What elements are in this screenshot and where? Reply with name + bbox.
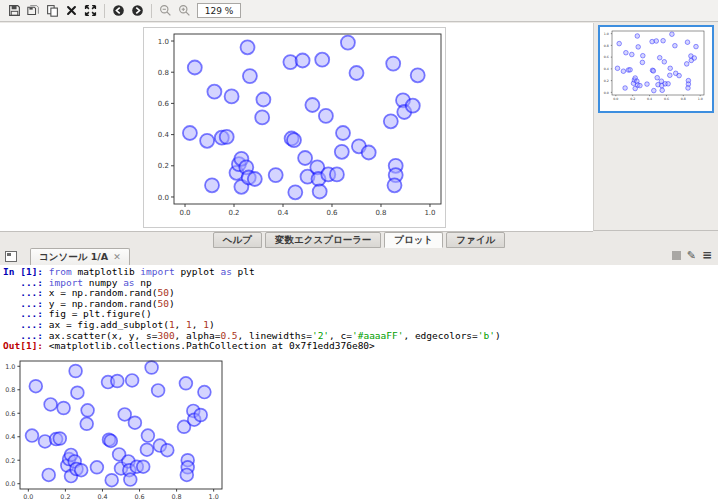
options-menu-icon[interactable]: ≡ xyxy=(702,250,712,261)
console-line: Out[1]: <matplotlib.collections.PathColl… xyxy=(3,341,718,352)
remove-plot-button[interactable] xyxy=(62,2,81,20)
svg-text:0.0: 0.0 xyxy=(158,194,169,202)
fit-arrows-icon xyxy=(84,4,97,17)
pane-tabbar: ヘルプ 変数エクスプローラー プロット ファイル xyxy=(0,231,718,248)
svg-text:1.0: 1.0 xyxy=(604,32,609,36)
svg-text:0.6: 0.6 xyxy=(134,493,144,500)
tab-files[interactable]: ファイル xyxy=(446,232,505,249)
svg-text:0.2: 0.2 xyxy=(60,493,70,500)
main-plot-figure[interactable]: 0.00.20.40.60.81.00.00.20.40.60.81.0 xyxy=(143,27,446,228)
svg-text:1.0: 1.0 xyxy=(209,493,219,500)
svg-text:0.0: 0.0 xyxy=(23,493,33,500)
tab-help[interactable]: ヘルプ xyxy=(213,232,262,249)
svg-text:1.0: 1.0 xyxy=(5,362,15,370)
previous-circle-icon xyxy=(112,4,125,17)
zoom-out-icon xyxy=(159,4,172,17)
console-pane[interactable]: In [1]: from matplotlib import pyplot as… xyxy=(0,265,718,500)
svg-text:0.2: 0.2 xyxy=(630,97,635,101)
tab-variable-explorer[interactable]: 変数エクスプローラー xyxy=(265,232,381,249)
zoom-in-icon xyxy=(178,4,191,17)
zoom-level-input[interactable] xyxy=(197,3,241,18)
scatter-plot-main: 0.00.20.40.60.81.00.00.20.40.60.81.0 xyxy=(144,28,443,225)
svg-text:0.2: 0.2 xyxy=(228,209,239,217)
console-tab-close-icon[interactable]: ✕ xyxy=(113,253,121,262)
interrupt-kernel-icon[interactable] xyxy=(672,251,681,260)
browse-tabs-button[interactable] xyxy=(5,251,17,262)
svg-text:1.0: 1.0 xyxy=(158,38,169,46)
console-corner-widgets: ✎ ≡ xyxy=(672,250,712,261)
svg-text:0.8: 0.8 xyxy=(375,209,386,217)
svg-text:0.6: 0.6 xyxy=(5,409,15,417)
svg-text:0.2: 0.2 xyxy=(604,79,609,83)
save-icon xyxy=(8,4,21,17)
spyder-window: 0.00.20.40.60.81.00.00.20.40.60.81.0 0.0… xyxy=(0,0,718,500)
close-icon xyxy=(66,5,77,16)
inline-plot-figure: 0.00.20.40.60.81.00.00.20.40.60.81.0 xyxy=(3,355,243,500)
svg-text:0.4: 0.4 xyxy=(277,209,289,217)
plots-toolbar xyxy=(0,0,718,22)
fit-to-window-button[interactable] xyxy=(81,2,100,20)
svg-text:0.4: 0.4 xyxy=(158,131,170,139)
svg-text:0.8: 0.8 xyxy=(681,97,686,101)
scatter-plot-inline: 0.00.20.40.60.81.00.00.20.40.60.81.0 xyxy=(3,355,243,500)
next-plot-button[interactable] xyxy=(128,2,147,20)
tab-plots[interactable]: プロット xyxy=(384,232,443,249)
toolbar-separator xyxy=(104,4,105,18)
toolbar-separator xyxy=(151,4,152,18)
svg-text:0.0: 0.0 xyxy=(179,209,190,217)
plots-pane: 0.00.20.40.60.81.00.00.20.40.60.81.0 xyxy=(0,23,593,232)
scatter-plot-thumbnail: 0.00.20.40.60.81.00.00.20.40.60.81.0 xyxy=(600,27,708,107)
svg-text:0.0: 0.0 xyxy=(604,91,609,95)
svg-text:0.4: 0.4 xyxy=(5,433,15,441)
svg-text:1.0: 1.0 xyxy=(424,209,435,217)
next-circle-icon xyxy=(131,4,144,17)
svg-text:0.6: 0.6 xyxy=(664,97,669,101)
svg-text:0.8: 0.8 xyxy=(5,386,15,394)
plot-thumbnail-selected[interactable]: 0.00.20.40.60.81.00.00.20.40.60.81.0 xyxy=(598,25,714,113)
svg-text:1.0: 1.0 xyxy=(698,97,703,101)
previous-plot-button[interactable] xyxy=(109,2,128,20)
copy-image-button[interactable] xyxy=(43,2,62,20)
svg-text:0.8: 0.8 xyxy=(172,493,182,500)
svg-text:0.4: 0.4 xyxy=(604,67,609,71)
svg-text:0.2: 0.2 xyxy=(158,162,169,170)
console-tab[interactable]: コンソール 1/A ✕ xyxy=(30,248,130,265)
save-all-plots-button[interactable] xyxy=(24,2,43,20)
zoom-in-button[interactable] xyxy=(175,2,194,20)
svg-text:0.0: 0.0 xyxy=(613,97,618,101)
console-tabbar: コンソール 1/A ✕ ✎ ≡ xyxy=(0,248,718,265)
svg-text:0.4: 0.4 xyxy=(97,493,107,500)
svg-text:0.8: 0.8 xyxy=(158,69,169,77)
svg-text:0.8: 0.8 xyxy=(604,44,609,48)
zoom-out-button[interactable] xyxy=(156,2,175,20)
save-plot-button[interactable] xyxy=(5,2,24,20)
svg-text:0.2: 0.2 xyxy=(5,456,15,464)
console-code-lines: In [1]: from matplotlib import pyplot as… xyxy=(0,265,718,352)
copy-icon xyxy=(46,4,59,17)
thumbnail-strip: 0.00.20.40.60.81.00.00.20.40.60.81.0 xyxy=(593,23,718,231)
svg-text:0.4: 0.4 xyxy=(647,97,652,101)
svg-text:0.6: 0.6 xyxy=(326,209,338,217)
console-tab-label: コンソール 1/A xyxy=(39,251,108,264)
svg-text:0.6: 0.6 xyxy=(604,55,609,59)
pencil-icon[interactable]: ✎ xyxy=(687,250,696,261)
svg-text:0.0: 0.0 xyxy=(5,480,15,488)
save-all-icon xyxy=(27,4,40,17)
svg-text:0.6: 0.6 xyxy=(158,100,170,108)
